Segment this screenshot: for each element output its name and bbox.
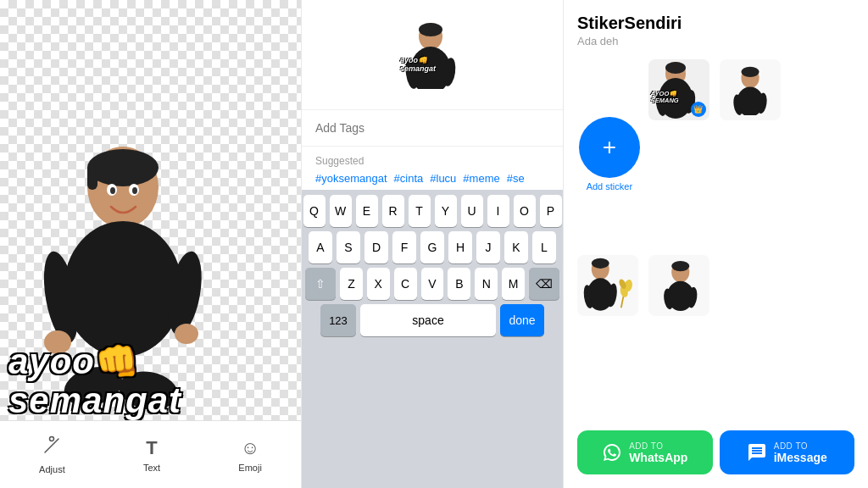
imessage-btn-text: ADD TO iMessage	[774, 441, 827, 464]
key-v[interactable]: V	[421, 268, 444, 300]
action-buttons: ADD TO WhatsApp ADD TO iMessage	[577, 430, 854, 474]
key-y[interactable]: Y	[435, 195, 457, 227]
imessage-icon	[747, 442, 767, 463]
tool-text[interactable]: T Text	[143, 437, 160, 473]
add-to-whatsapp-button[interactable]: ADD TO WhatsApp	[577, 430, 713, 474]
key-b[interactable]: B	[448, 268, 470, 300]
svg-point-43	[671, 261, 689, 271]
adjust-icon	[42, 435, 62, 461]
key-s[interactable]: S	[337, 231, 360, 263]
hashtag-2[interactable]: #lucu	[430, 172, 456, 185]
hashtag-4[interactable]: #se	[507, 172, 525, 185]
add-sticker-wrapper[interactable]: + Add sticker	[577, 59, 642, 248]
sticker-text: AYOO👊 semangat	[8, 342, 181, 420]
text-label: Text	[143, 463, 160, 473]
key-h[interactable]: H	[448, 231, 472, 263]
middle-panel: AYOO👊 SEMANGAT Suggested #yoksemangat #c…	[301, 0, 564, 488]
emoji-icon: ☺	[241, 437, 259, 459]
key-shift[interactable]: ⇧	[305, 268, 336, 300]
key-n[interactable]: N	[475, 268, 498, 300]
key-delete[interactable]: ⌫	[529, 268, 559, 300]
bottom-toolbar: Adjust T Text ☺ Emoji	[0, 420, 301, 488]
key-i[interactable]: I	[487, 195, 509, 227]
key-p[interactable]: P	[540, 195, 562, 227]
sticker-text-line1: AYOO👊	[8, 342, 181, 381]
key-123[interactable]: 123	[320, 304, 356, 336]
keyboard-row-3: ⇧ Z X C V B N M ⌫	[305, 268, 559, 300]
tags-input-area[interactable]	[302, 110, 563, 147]
left-panel: AYOO👊 semangat Adjust T Text ☺ Emoji	[0, 0, 301, 488]
key-f[interactable]: F	[392, 231, 416, 263]
svg-point-11	[110, 187, 115, 194]
key-r[interactable]: R	[382, 195, 404, 227]
crown-badge: 👑	[691, 102, 706, 117]
svg-point-27	[741, 67, 759, 77]
key-k[interactable]: K	[504, 231, 528, 263]
sticker-text-line2: semangat	[8, 381, 181, 420]
key-space[interactable]: space	[360, 304, 496, 336]
sticker-preview-area: AYOO👊 SEMANGAT	[302, 0, 563, 110]
hashtag-1[interactable]: #cinta	[394, 172, 424, 185]
svg-point-12	[132, 187, 137, 194]
key-e[interactable]: E	[356, 195, 378, 227]
imessage-label-small: ADD TO	[774, 441, 808, 451]
pack-title: StikerSendiri	[577, 14, 854, 33]
tool-adjust[interactable]: Adjust	[39, 435, 65, 474]
hashtag-3[interactable]: #meme	[463, 172, 499, 185]
keyboard-row-bottom: 123 space done	[305, 304, 559, 336]
whatsapp-label-big: WhatsApp	[629, 451, 687, 464]
text-icon: T	[146, 437, 157, 459]
hashtag-list: #yoksemangat #cinta #lucu #meme #se	[315, 172, 549, 185]
add-to-imessage-button[interactable]: ADD TO iMessage	[720, 430, 855, 474]
key-j[interactable]: J	[476, 231, 500, 263]
emoji-label: Emoji	[238, 463, 262, 473]
right-panel: StikerSendiri Ada deh + Add sticker AYOO…	[564, 0, 868, 488]
imessage-label-big: iMessage	[774, 451, 827, 464]
key-d[interactable]: D	[364, 231, 388, 263]
key-l[interactable]: L	[532, 231, 556, 263]
sticker-item-4[interactable]	[577, 255, 638, 316]
sticker-grid: + Add sticker AYOO👊 SEMANG 👑	[577, 59, 854, 430]
plus-icon: +	[603, 136, 616, 159]
svg-point-1	[87, 149, 159, 186]
tool-emoji[interactable]: ☺ Emoji	[238, 437, 262, 473]
key-o[interactable]: O	[514, 195, 536, 227]
key-x[interactable]: X	[367, 268, 390, 300]
key-c[interactable]: C	[394, 268, 417, 300]
svg-point-16	[419, 23, 442, 36]
sticker-thumb: AYOO👊 SEMANGAT	[398, 21, 466, 89]
keyboard-row-2: A S D F G H J K L	[305, 231, 559, 263]
key-t[interactable]: T	[409, 195, 431, 227]
sticker-item-2[interactable]: AYOO👊 SEMANG 👑	[648, 59, 709, 120]
pack-subtitle: Ada deh	[577, 35, 854, 47]
key-g[interactable]: G	[420, 231, 444, 263]
key-a[interactable]: A	[309, 231, 332, 263]
key-u[interactable]: U	[461, 195, 483, 227]
suggested-area: Suggested #yoksemangat #cinta #lucu #mem…	[302, 147, 563, 190]
svg-point-33	[592, 258, 609, 269]
hashtag-0[interactable]: #yoksemangat	[315, 172, 387, 185]
suggested-label: Suggested	[315, 155, 549, 167]
key-w[interactable]: W	[330, 195, 352, 227]
svg-rect-2	[87, 164, 97, 190]
sticker-item-5[interactable]	[648, 255, 709, 316]
sticker-item-3[interactable]	[720, 59, 781, 120]
key-done[interactable]: done	[500, 304, 544, 336]
whatsapp-btn-text: ADD TO WhatsApp	[629, 441, 687, 464]
add-sticker-label: Add sticker	[587, 181, 632, 191]
keyboard: Q W E R T Y U I O P A S D F G H J K L ⇧ …	[302, 190, 563, 488]
svg-point-22	[665, 62, 686, 74]
tags-input[interactable]	[315, 121, 549, 135]
key-q[interactable]: Q	[303, 195, 326, 227]
svg-point-8	[175, 324, 198, 344]
whatsapp-label-small: ADD TO	[629, 441, 663, 451]
keyboard-row-1: Q W E R T Y U I O P	[305, 195, 559, 227]
key-m[interactable]: M	[502, 268, 525, 300]
add-sticker-button[interactable]: +	[579, 117, 640, 178]
key-z[interactable]: Z	[340, 268, 363, 300]
whatsapp-icon	[602, 442, 622, 463]
adjust-label: Adjust	[39, 464, 65, 474]
svg-point-4	[64, 221, 182, 357]
